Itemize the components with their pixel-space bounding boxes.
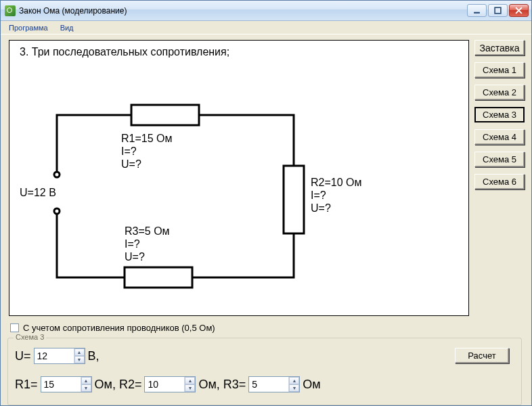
u-prefix: U= (15, 349, 31, 363)
button-scheme-4[interactable]: Схема 4 (474, 129, 525, 145)
menu-program[interactable]: Программа (3, 22, 53, 33)
r3-label: R3=5 Ом I=? U=? (125, 225, 170, 263)
r1-spin-buttons[interactable]: ▲▼ (81, 377, 91, 392)
u-spin-buttons[interactable]: ▲▼ (74, 348, 85, 363)
button-scheme-5[interactable]: Схема 5 (474, 152, 525, 167)
menu-view[interactable]: Вид (55, 22, 79, 33)
r3-spinbox[interactable]: ▲▼ (248, 376, 300, 392)
r1-suffix: Ом, R2= (95, 378, 142, 392)
circuit-schematic: U=12 В R1=15 Ом I=? U=? R2=10 Ом I=? U=?… (43, 68, 422, 311)
scheme-buttons: Заставка Схема 1 Схема 2 Схема 3 Схема 4… (474, 40, 525, 189)
button-splash[interactable]: Заставка (474, 40, 525, 55)
voltage-source-label: U=12 В (20, 186, 56, 199)
svg-point-5 (54, 172, 60, 177)
app-window: Закон Ома (моделирование) Программа Вид … (0, 0, 532, 406)
circuit-svg (43, 68, 422, 311)
r3-spin-buttons[interactable]: ▲▼ (288, 377, 299, 392)
inputs-groupbox: Схема 3 U= ▲▼ В, Расчет R1= ▲▼ Ом, R2= (7, 338, 522, 405)
r2-input[interactable] (145, 377, 184, 392)
u-suffix: В, (88, 349, 99, 363)
r2-spin-buttons[interactable]: ▲▼ (184, 377, 195, 392)
r2-label: R2=10 Ом I=? U=? (311, 176, 361, 215)
r3-suffix: Ом (303, 378, 320, 392)
button-scheme-6[interactable]: Схема 6 (474, 174, 525, 189)
minimize-button[interactable] (467, 4, 487, 17)
r1-input[interactable] (41, 377, 81, 392)
window-title: Закон Ома (моделирование) (19, 6, 467, 16)
close-button[interactable] (509, 4, 529, 17)
button-scheme-1[interactable]: Схема 1 (474, 62, 525, 78)
svg-rect-2 (131, 105, 199, 125)
u-input[interactable] (35, 348, 74, 363)
menubar: Программа Вид (1, 21, 531, 35)
svg-point-6 (54, 208, 60, 214)
r1-spinbox[interactable]: ▲▼ (41, 376, 92, 392)
titlebar: Закон Ома (моделирование) (1, 1, 531, 21)
r1-prefix: R1= (15, 378, 38, 392)
svg-rect-4 (125, 267, 192, 288)
groupbox-legend: Схема 3 (14, 333, 46, 341)
r3-input[interactable] (249, 377, 288, 392)
wire-resistance-label: С учетом сопротивления проводников (0,5 … (23, 323, 215, 333)
svg-rect-3 (284, 166, 304, 233)
diagram-panel: 3. Три последовательных сопротивления; (9, 40, 469, 316)
r1-label: R1=15 Ом I=? U=? (121, 132, 172, 171)
calculate-button[interactable]: Расчет (455, 348, 509, 363)
client-area: 3. Три последовательных сопротивления; (1, 35, 531, 405)
svg-rect-0 (474, 12, 480, 14)
r2-suffix: Ом, R3= (198, 378, 246, 392)
app-icon (5, 5, 16, 16)
u-spinbox[interactable]: ▲▼ (34, 348, 85, 364)
r2-spinbox[interactable]: ▲▼ (144, 376, 196, 392)
wire-resistance-checkbox[interactable] (10, 323, 19, 332)
checkbox-row: С учетом сопротивления проводников (0,5 … (10, 323, 215, 333)
maximize-button[interactable] (488, 4, 508, 17)
diagram-title: 3. Три последовательных сопротивления; (20, 46, 229, 58)
button-scheme-2[interactable]: Схема 2 (474, 85, 525, 100)
svg-rect-1 (495, 7, 501, 14)
button-scheme-3[interactable]: Схема 3 (474, 107, 525, 122)
